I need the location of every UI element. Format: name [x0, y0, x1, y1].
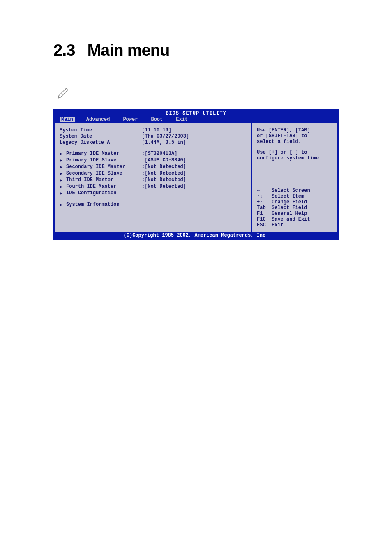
bios-submenu-row[interactable]: ▶ System Information	[60, 202, 246, 208]
help-key: ESC	[257, 222, 272, 228]
pencil-icon	[53, 84, 74, 101]
bios-tab-power[interactable]: Power	[121, 117, 139, 122]
bios-field-value: [11:10:19]	[142, 127, 171, 133]
help-key-row: F1 General Help	[257, 211, 310, 216]
bios-submenu-label: Secondary IDE Master	[66, 164, 142, 170]
bios-submenu-value: :[Not Detected]	[142, 164, 186, 170]
bios-submenu-row[interactable]: ▶ Third IDE Master :[Not Detected]	[60, 177, 246, 183]
bios-submenu-value: :[Not Detected]	[142, 170, 186, 177]
bios-submenu-label: Fourth IDE Master	[66, 184, 142, 190]
submenu-arrow-icon: ▶	[60, 177, 66, 183]
bios-tab-exit[interactable]: Exit	[174, 117, 189, 122]
bios-tab-boot[interactable]: Boot	[149, 117, 164, 122]
bios-submenu-value: :[ST320413A]	[142, 151, 177, 157]
bios-submenu-row[interactable]: ▶ Primary IDE Master :[ST320413A]	[60, 151, 246, 157]
note-section	[53, 84, 339, 101]
bios-submenu-label: Primary IDE Slave	[66, 157, 142, 164]
bios-field-row[interactable]: System Time [11:10:19]	[60, 127, 246, 133]
submenu-arrow-icon: ▶	[60, 157, 66, 164]
spacer	[60, 208, 246, 213]
heading-title: Main menu	[88, 41, 170, 59]
bios-main-panel: System Time [11:10:19] System Date [Thu …	[55, 123, 251, 232]
submenu-arrow-icon: ▶	[60, 184, 66, 190]
help-key-desc: Select Item	[272, 193, 304, 199]
bios-field-label: System Time	[60, 127, 142, 133]
bios-screen: BIOS SETUP UTILITY Main Advanced Power B…	[53, 109, 339, 240]
spacer	[60, 197, 246, 202]
bios-submenu-label: System Information	[66, 202, 142, 208]
help-line: Use [+] or [-] to	[257, 150, 332, 155]
help-line: configure system time.	[257, 155, 332, 161]
help-line: Use [ENTER], [TAB]	[257, 127, 332, 133]
spacer	[60, 213, 246, 218]
bios-submenu-row[interactable]: ▶ IDE Configuration	[60, 190, 246, 196]
bios-submenu-value: :[ASUS CD-S340]	[142, 157, 186, 164]
help-key-desc: Exit	[272, 222, 284, 228]
help-key: Tab	[257, 205, 272, 211]
submenu-arrow-icon: ▶	[60, 164, 66, 170]
bios-tab-main[interactable]: Main	[60, 117, 75, 122]
bios-field-row[interactable]: System Date [Thu 03/27/2003]	[60, 134, 246, 139]
help-key: ↑↓	[257, 193, 272, 199]
bios-submenu-value: :[Not Detected]	[142, 177, 186, 183]
spacer	[60, 223, 246, 228]
bios-help-text-1: Use [ENTER], [TAB] or [SHIFT-TAB] to sel…	[257, 127, 332, 145]
help-key-row: F10 Save and Exit	[257, 216, 310, 222]
bios-submenu-label: Secondary IDE Slave	[66, 170, 142, 177]
bios-submenu-row[interactable]: ▶ Secondary IDE Slave :[Not Detected]	[60, 170, 246, 177]
help-key-row: Tab Select Field	[257, 205, 310, 211]
submenu-arrow-icon: ▶	[60, 202, 66, 208]
help-key-row: ← Select Screen	[257, 188, 310, 193]
bios-submenu-value: :[Not Detected]	[142, 184, 186, 190]
bios-tab-bar: Main Advanced Power Boot Exit	[55, 117, 337, 123]
help-line: select a field.	[257, 139, 332, 145]
heading-number: 2.3	[53, 41, 75, 59]
bios-submenu-label: IDE Configuration	[66, 190, 142, 196]
bios-tab-advanced[interactable]: Advanced	[85, 117, 112, 122]
bios-field-row[interactable]: Legacy Diskette A [1.44M, 3.5 in]	[60, 140, 246, 145]
submenu-arrow-icon: ▶	[60, 190, 66, 196]
help-key: F1	[257, 211, 272, 216]
bios-title: BIOS SETUP UTILITY	[55, 110, 337, 117]
bios-help-keys: ← Select Screen ↑↓ Select Item +- Change…	[257, 188, 310, 228]
bios-submenu-row[interactable]: ▶ Secondary IDE Master :[Not Detected]	[60, 164, 246, 170]
note-text	[90, 89, 339, 96]
help-key: ←	[257, 188, 272, 193]
bios-body: System Time [11:10:19] System Date [Thu …	[55, 123, 337, 232]
bios-help-text-2: Use [+] or [-] to configure system time.	[257, 150, 332, 161]
submenu-arrow-icon: ▶	[60, 170, 66, 177]
bios-field-value: [1.44M, 3.5 in]	[142, 140, 186, 145]
bios-submenu-label: Third IDE Master	[66, 177, 142, 183]
help-key-desc: Select Field	[272, 205, 307, 211]
help-key-desc: General Help	[272, 211, 307, 216]
spacer	[60, 146, 246, 151]
help-key-row: ESC Exit	[257, 222, 310, 228]
bios-field-label: System Date	[60, 134, 142, 139]
help-key-desc: Save and Exit	[272, 216, 310, 222]
bios-submenu-row[interactable]: ▶ Fourth IDE Master :[Not Detected]	[60, 184, 246, 190]
bios-field-label: Legacy Diskette A	[60, 140, 142, 145]
help-key: +-	[257, 199, 272, 205]
help-line: or [SHIFT-TAB] to	[257, 133, 332, 139]
bios-submenu-label: Primary IDE Master	[66, 151, 142, 157]
help-key-desc: Change Field	[272, 199, 307, 205]
help-key-desc: Select Screen	[272, 188, 310, 193]
spacer	[60, 218, 246, 223]
bios-footer: (C)Copyright 1985-2002, American Megatre…	[55, 232, 337, 239]
help-key-row: ↑↓ Select Item	[257, 193, 310, 199]
page-heading: 2.3Main menu	[53, 41, 339, 60]
bios-submenu-row[interactable]: ▶ Primary IDE Slave :[ASUS CD-S340]	[60, 157, 246, 164]
help-key-row: +- Change Field	[257, 199, 310, 205]
bios-field-value: [Thu 03/27/2003]	[142, 134, 189, 139]
bios-help-panel: Use [ENTER], [TAB] or [SHIFT-TAB] to sel…	[251, 123, 337, 232]
submenu-arrow-icon: ▶	[60, 151, 66, 157]
help-key: F10	[257, 216, 272, 222]
